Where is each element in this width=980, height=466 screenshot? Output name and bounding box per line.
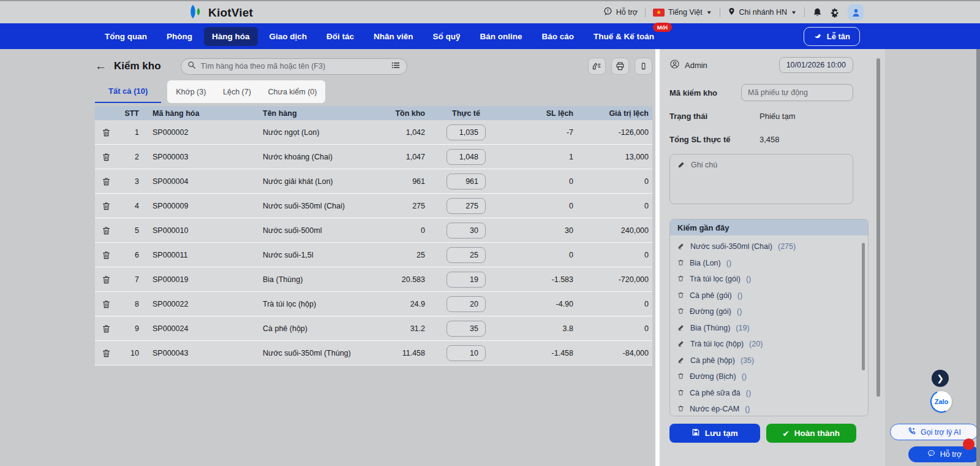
recent-item-name: Trà túi lọc (hộp) [690, 340, 744, 348]
recent-check-item[interactable]: Bia (Lon)() [677, 255, 868, 272]
language-selector[interactable]: ★ Tiếng Việt ▼ [653, 8, 712, 17]
actual-qty-input[interactable] [447, 149, 486, 165]
recent-item-count: (275) [778, 242, 796, 251]
divider [645, 7, 646, 17]
zalo-button[interactable]: Zalo [931, 391, 952, 412]
recent-check-item[interactable]: Cà phê sữa đá() [677, 385, 868, 402]
actual-qty-input[interactable] [447, 174, 486, 189]
nav-item[interactable]: Hàng hóa [204, 27, 258, 46]
help-menu[interactable]: ! Hỗ trợ [603, 7, 638, 18]
person-icon [851, 7, 861, 18]
recent-check-item[interactable]: Nước suối-350ml (Chai)(275) [677, 239, 868, 255]
delete-row-button[interactable] [95, 299, 117, 309]
nav-item[interactable]: Bán online [472, 27, 530, 46]
actual-qty-input[interactable] [447, 247, 486, 263]
user-avatar[interactable] [848, 4, 864, 20]
total-actual-label: Tổng SL thực tế [669, 135, 760, 144]
nav-item[interactable]: Phòng [159, 27, 200, 46]
recent-item-name: Nước ép-CAM [690, 405, 739, 413]
divider [720, 7, 720, 17]
nav-item[interactable]: Đối tác [318, 27, 362, 46]
print-button[interactable] [611, 58, 629, 75]
actual-qty-input[interactable] [447, 345, 486, 361]
kiotviet-logo[interactable]: KiotViet [188, 4, 253, 22]
list-view-icon[interactable] [391, 61, 401, 72]
row-diff-value: -720,000 [582, 275, 652, 284]
recent-check-item[interactable]: Đường (gói)() [677, 304, 868, 320]
tab[interactable]: Khớp (3) [173, 88, 208, 96]
back-button[interactable]: ← [95, 59, 107, 73]
delete-row-button[interactable] [95, 324, 117, 334]
nav-item[interactable]: Báo cáo [534, 27, 582, 46]
delete-row-button[interactable] [95, 226, 117, 235]
recent-check-item[interactable]: Cà phê (gói)() [677, 288, 868, 304]
recent-list-scrollbar[interactable] [862, 243, 865, 370]
recent-item-count: (20) [749, 340, 763, 348]
actual-qty-input[interactable] [447, 321, 486, 337]
recent-check-item[interactable]: Trà túi lọc (gói)() [677, 271, 868, 288]
reception-button[interactable]: Lễ tân [804, 27, 860, 46]
delete-row-button[interactable] [95, 177, 117, 186]
delete-row-button[interactable] [95, 201, 117, 211]
actual-qty-input[interactable] [447, 272, 486, 288]
delete-row-button[interactable] [95, 348, 117, 358]
row-code: SP000010 [148, 226, 258, 235]
tab-all[interactable]: Tất cả (10) [95, 86, 161, 103]
complete-button[interactable]: ✔ Hoàn thành [766, 424, 857, 443]
stocktake-code-input[interactable] [741, 84, 853, 101]
branch-label: Chi nhánh HN [739, 8, 788, 17]
table-row: 4SP000009Nước suối-350ml (Chai)27500 [95, 194, 652, 218]
inventory-table-body: 1SP000002Nước ngọt (Lon)1,042-7-126,0002… [95, 120, 652, 365]
recent-check-item[interactable]: Trà túi lọc (hộp)(20) [677, 336, 868, 353]
delete-row-button[interactable] [95, 250, 117, 260]
tab[interactable]: Lệch (7) [221, 88, 254, 96]
notifications-button[interactable] [812, 7, 823, 18]
collapse-panel-button[interactable]: ❯ [932, 370, 949, 387]
recent-item-count: () [745, 405, 750, 413]
delete-row-button[interactable] [95, 128, 117, 137]
window-scrollbar-track[interactable] [976, 49, 980, 466]
actual-qty-input[interactable] [447, 223, 486, 239]
datetime-picker[interactable]: 10/01/2026 10:00 [779, 57, 853, 73]
save-draft-button[interactable]: Lưu tạm [669, 424, 760, 443]
ai-assistant-call-button[interactable]: Gọi trợ lý AI [890, 424, 978, 440]
recent-check-item[interactable]: Bia (Thùng)(19) [677, 320, 868, 337]
barcode-scanner-icon [592, 61, 602, 71]
row-actual [426, 247, 506, 263]
chevron-down-icon: ▼ [791, 10, 797, 15]
notification-dot [963, 438, 974, 450]
branch-selector[interactable]: Chi nhánh HN ▼ [728, 7, 797, 18]
settings-button[interactable] [830, 7, 840, 18]
actual-qty-input[interactable] [447, 296, 486, 312]
actual-qty-input[interactable] [447, 198, 486, 214]
row-code: SP000011 [148, 251, 258, 259]
pencil-icon [677, 355, 685, 366]
actual-qty-input[interactable] [447, 124, 486, 140]
nav-item[interactable]: Tổng quan [97, 27, 155, 46]
recent-check-item[interactable]: Nước ép-CAM() [677, 401, 868, 416]
row-actual [426, 321, 506, 337]
nav-item[interactable]: Thuế & Kế toánMới [586, 27, 662, 46]
recent-check-item[interactable]: Đường (Bịch)() [677, 369, 868, 385]
table-row: 3SP000004Nước giải khát (Lon)96100 [95, 169, 652, 194]
recent-item-count: () [746, 275, 751, 283]
nav-item[interactable]: Sổ quỹ [425, 27, 469, 46]
search-input[interactable] [201, 62, 386, 71]
row-diff-qty: -7 [506, 128, 582, 137]
tab[interactable]: Chưa kiểm (0) [266, 88, 320, 96]
note-input[interactable]: Ghi chú [669, 154, 853, 204]
delete-row-button[interactable] [95, 275, 117, 285]
recent-item-name: Cà phê (gói) [690, 291, 732, 300]
table-row: 10SP000043Nước suối-350ml (Thùng)11.458-… [95, 341, 652, 365]
panel-scrollbar[interactable] [876, 58, 880, 397]
delete-row-button[interactable] [95, 152, 117, 162]
nav-item[interactable]: Nhân viên [366, 27, 421, 46]
recent-item-count: () [742, 372, 747, 381]
nav-item[interactable]: Giao dịch [262, 27, 315, 46]
ai-call-label: Gọi trợ lý AI [921, 428, 961, 437]
recent-checks-title: Kiểm gần đây [670, 220, 868, 235]
mobile-button[interactable] [635, 58, 652, 75]
recent-check-item[interactable]: Cà phê (hộp)(35) [677, 353, 868, 369]
barcode-scanner-button[interactable] [588, 58, 606, 75]
row-stt: 2 [117, 153, 148, 161]
